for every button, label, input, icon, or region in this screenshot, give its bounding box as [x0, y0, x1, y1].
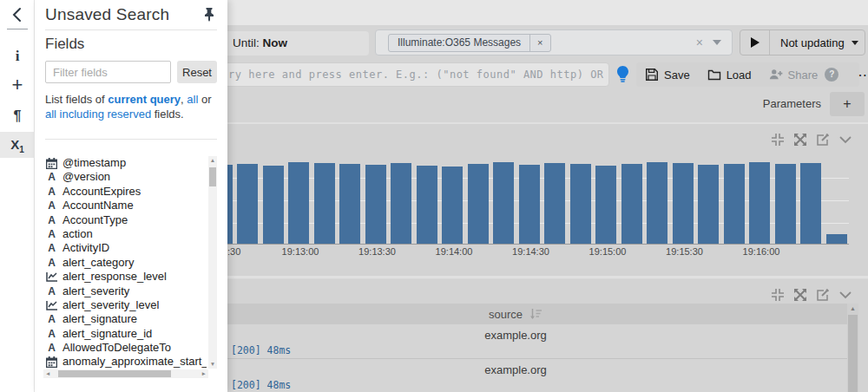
histogram-bar[interactable] — [826, 234, 847, 244]
collapse-sidebar-button[interactable] — [9, 6, 26, 27]
expand-arrows-icon[interactable] — [793, 288, 807, 302]
string-field-icon: A — [45, 327, 58, 341]
field-item[interactable]: AAccountName — [45, 199, 207, 212]
load-button[interactable]: Load — [699, 62, 760, 87]
field-item[interactable]: AAllowedToDelegateTo — [45, 341, 207, 355]
field-item[interactable]: Aalert_category — [45, 256, 207, 270]
field-item[interactable]: AActivityID — [45, 241, 207, 255]
lightbulb-icon[interactable] — [615, 66, 630, 87]
field-item[interactable]: Aalert_signature_id — [45, 327, 207, 341]
play-icon — [751, 37, 760, 48]
histogram-bar[interactable] — [493, 162, 514, 244]
sidebar-item-fields[interactable]: X1 — [0, 132, 35, 158]
compress-icon[interactable] — [771, 133, 785, 147]
add-parameter-button[interactable]: + — [830, 92, 865, 116]
refresh-status-label[interactable]: Not updating — [780, 36, 845, 49]
histogram-bar[interactable] — [442, 167, 463, 244]
scrollbar-thumb[interactable] — [848, 315, 858, 392]
field-name: AllowedToDelegateTo — [62, 341, 171, 355]
field-list-hscrollbar[interactable]: ◄ ► — [43, 369, 208, 378]
field-item[interactable]: Aaction — [45, 227, 207, 241]
field-item[interactable]: @timestamp — [45, 156, 207, 170]
message-preview: [200] 48ms — [231, 379, 291, 391]
play-button[interactable] — [740, 30, 770, 55]
histogram-bar[interactable] — [595, 166, 616, 244]
field-item[interactable]: Aalert_signature — [45, 312, 207, 326]
sidebar-item-description[interactable]: i — [0, 43, 35, 69]
clear-streams-icon[interactable]: × — [696, 36, 703, 49]
histogram-bar[interactable] — [417, 166, 437, 244]
histogram-bar[interactable] — [468, 164, 489, 244]
scroll-right-icon[interactable]: ► — [201, 369, 207, 378]
chevron-down-icon[interactable] — [713, 40, 721, 45]
all-reserved-link[interactable]: all including reserved — [45, 108, 151, 121]
histogram-bar[interactable] — [237, 164, 258, 244]
collapse-chevron-icon[interactable] — [838, 288, 852, 302]
scrollbar-thumb[interactable] — [58, 370, 171, 377]
scrollbar-thumb[interactable] — [209, 167, 216, 186]
collapse-chevron-icon[interactable] — [838, 133, 852, 147]
x-axis-tick: 19:15:30 — [666, 246, 703, 257]
expand-arrows-icon[interactable] — [793, 133, 807, 147]
field-item[interactable]: AAccountType — [45, 213, 207, 227]
current-query-link[interactable]: current query — [108, 93, 181, 106]
histogram-bar[interactable] — [673, 163, 694, 244]
histogram-bar[interactable] — [288, 162, 309, 244]
stream-tag: Illuminate:O365 Messages × — [388, 34, 551, 52]
column-label: source — [489, 308, 523, 321]
string-field-icon: A — [45, 170, 58, 184]
compress-icon[interactable] — [771, 288, 785, 302]
reset-button[interactable]: Reset — [177, 61, 217, 83]
field-item[interactable]: Aalert_severity — [45, 284, 207, 298]
more-options-button[interactable]: ⋯ — [847, 67, 868, 83]
save-button[interactable]: Save — [636, 62, 699, 87]
histogram-bar[interactable] — [698, 165, 719, 244]
histogram-bar[interactable] — [391, 163, 411, 244]
search-query-input[interactable] — [214, 62, 609, 87]
column-header-source[interactable]: source — [299, 304, 733, 324]
field-item[interactable]: A@version — [45, 170, 207, 184]
x-axis-tick: 19:13:30 — [358, 246, 396, 257]
edit-icon[interactable] — [816, 133, 830, 147]
field-item[interactable]: alert_severity_level — [45, 298, 207, 312]
scroll-left-icon[interactable]: ◄ — [45, 369, 50, 378]
histogram-bar[interactable] — [519, 165, 540, 244]
table-scrollbar[interactable]: ▲ — [847, 304, 858, 392]
field-list-scrollbar[interactable]: ▲ ▼ — [208, 156, 217, 369]
share-label: Share — [788, 69, 819, 82]
histogram-bar[interactable] — [544, 163, 565, 244]
message-row[interactable]: example.org[200] 48ms — [214, 359, 847, 392]
histogram-bar[interactable] — [365, 165, 386, 244]
field-item[interactable]: AAccountExpires — [45, 185, 207, 199]
message-row[interactable]: example.org[200] 48ms — [214, 324, 847, 359]
field-item[interactable]: anomaly_approximate_start_t — [45, 355, 207, 369]
remove-stream-button[interactable]: × — [529, 35, 549, 51]
histogram-bar[interactable] — [749, 162, 770, 244]
histogram-bar[interactable] — [570, 164, 591, 244]
edit-icon[interactable] — [816, 288, 830, 302]
filter-fields-input[interactable] — [45, 61, 171, 83]
histogram-bar[interactable] — [621, 164, 642, 244]
divider — [45, 139, 217, 140]
scroll-up-icon[interactable]: ▲ — [208, 156, 217, 165]
scroll-up-icon[interactable]: ▲ — [847, 304, 858, 314]
field-item[interactable]: alert_response_level — [45, 270, 207, 284]
all-fields-link[interactable]: all — [187, 93, 198, 106]
help-icon[interactable]: ? — [825, 68, 838, 82]
sidebar-item-formatting[interactable]: ¶ — [0, 103, 35, 129]
share-button[interactable]: Share ? — [760, 62, 848, 87]
chevron-down-icon — [852, 41, 858, 45]
histogram-bar[interactable] — [775, 164, 796, 244]
scroll-down-icon[interactable]: ▼ — [208, 360, 217, 369]
chart-line-icon — [45, 271, 58, 282]
histogram-bar[interactable] — [724, 164, 745, 244]
histogram-bar[interactable] — [800, 163, 821, 244]
timerange-picker[interactable]: Until: Now — [214, 31, 369, 56]
histogram-bar[interactable] — [263, 166, 284, 244]
histogram-bar[interactable] — [647, 162, 667, 244]
histogram-bar[interactable] — [314, 163, 335, 244]
histogram-bar[interactable] — [339, 164, 360, 244]
streams-select[interactable]: Illuminate:O365 Messages × × — [375, 29, 733, 56]
pin-icon[interactable] — [203, 8, 215, 25]
sidebar-item-create[interactable]: + — [0, 73, 35, 99]
